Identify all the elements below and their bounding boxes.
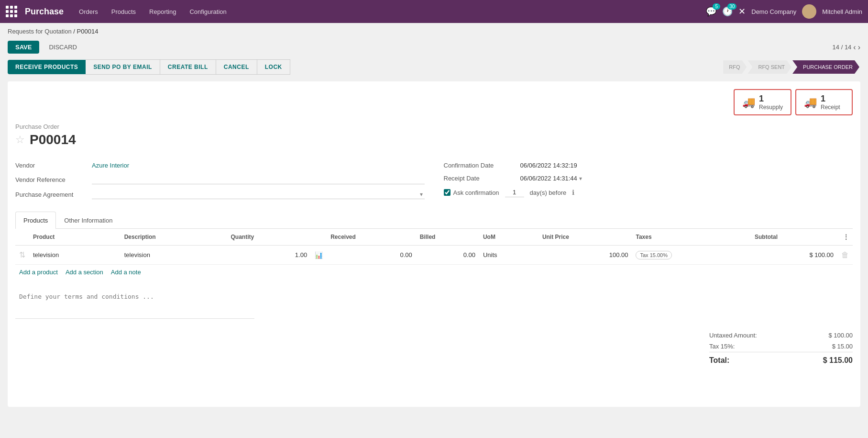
resupply-button[interactable]: 🚚 1 Resupply [734,89,791,115]
app-title: Purchase [25,7,64,17]
lock-button[interactable]: LOCK [257,59,290,75]
vendor-value[interactable]: Azure Interior [92,162,425,169]
top-menu: Orders Products Reporting Configuration [73,5,706,18]
status-rfq-sent[interactable]: RFQ SENT [747,60,791,74]
smart-buttons: 🚚 1 Resupply 🚚 1 Receipt [15,89,853,115]
forecast-icon[interactable]: 📊 [315,251,323,259]
close-icon[interactable]: ✕ [738,6,746,17]
col-unit-price: Unit Price [538,229,632,246]
next-page-button[interactable]: › [858,43,860,52]
cell-unit-price[interactable]: 100.00 [538,246,632,265]
terms-input[interactable] [15,289,254,319]
app-logo[interactable]: Purchase [6,6,64,17]
cell-taxes[interactable]: Tax 15.00% [632,246,751,265]
receipt-button[interactable]: 🚚 1 Receipt [795,89,853,115]
purchase-agreement-select[interactable]: ▾ [92,190,425,199]
table-row: ⇅ television television 1.00 📊 0.00 0.00… [15,246,853,265]
add-links: Add a product Add a section Add a note [15,265,853,280]
info-icon[interactable]: ℹ [572,189,574,196]
create-bill-button[interactable]: CREATE BILL [160,59,216,75]
receive-products-button[interactable]: RECEIVE PRODUCTS [8,60,86,74]
receipt-date-field: Receipt Date 06/06/2022 14:31:44 ▾ [444,172,853,185]
product-table: Product Description Quantity Received Bi… [15,229,853,265]
add-section-link[interactable]: Add a section [66,269,103,276]
confirmation-date-value: 06/06/2022 14:32:19 [520,162,853,169]
status-purchase-order[interactable]: PURCHASE ORDER [792,60,859,74]
col-uom: UoM [479,229,538,246]
chat-icon[interactable]: 💬5 [706,6,716,17]
breadcrumb-current: P00014 [77,28,99,35]
chat-badge: 5 [713,3,720,10]
tab-products[interactable]: Products [15,212,56,229]
add-product-link[interactable]: Add a product [19,269,58,276]
ask-confirmation-label: Ask confirmation [453,189,499,196]
drag-handle[interactable]: ⇅ [19,251,25,259]
company-name: Demo Company [751,8,796,15]
purchase-agreement-field: Purchase Agreement ▾ [15,187,425,202]
col-received: Received [327,229,416,246]
fields-left: Vendor Azure Interior Vendor Reference P… [15,159,425,202]
days-label: day(s) before [530,189,567,196]
receipt-date-label: Receipt Date [444,175,520,182]
receipt-label: Receipt [821,104,840,111]
cancel-button[interactable]: CANCEL [216,59,257,75]
vendor-reference-field: Vendor Reference [15,172,425,187]
cell-quantity[interactable]: 1.00 [227,246,311,265]
fields-right: Confirmation Date 06/06/2022 14:32:19 Re… [444,159,853,202]
total-label: Total: [709,356,729,365]
user-name: Mitchell Admin [822,8,862,15]
menu-products[interactable]: Products [106,5,142,18]
status-pipeline: RFQ RFQ SENT PURCHASE ORDER [723,60,860,74]
tabs: Products Other Information [15,212,853,229]
vendor-reference-label: Vendor Reference [15,176,92,183]
menu-orders[interactable]: Orders [73,5,104,18]
col-product: Product [29,229,121,246]
favorite-icon[interactable]: ☆ [15,134,25,146]
delete-row-icon[interactable]: 🗑 [841,251,849,259]
discard-button[interactable]: DISCARD [43,41,83,54]
col-more[interactable]: ⋮ [837,229,853,246]
ask-confirmation-checkbox[interactable] [444,189,450,196]
cell-billed: 0.00 [416,246,479,265]
form-fields: Vendor Azure Interior Vendor Reference P… [15,159,853,202]
truck-receipt-icon: 🚚 [804,96,817,109]
total-row: Total: $ 115.00 [709,352,853,367]
breadcrumb-parent[interactable]: Requests for Quotation [8,28,72,35]
confirmation-date-field: Confirmation Date 06/06/2022 14:32:19 [444,159,853,172]
total-value: $ 115.00 [823,356,853,365]
vendor-field: Vendor Azure Interior [15,159,425,172]
vendor-reference-input[interactable] [92,175,425,184]
form-title: P00014 [30,132,76,147]
menu-reporting[interactable]: Reporting [143,5,182,18]
prev-page-button[interactable]: ‹ [853,43,856,52]
svg-point-0 [806,6,813,12]
user-avatar[interactable] [802,4,816,19]
untaxed-amount-row: Untaxed Amount: $ 100.00 [709,330,853,341]
cell-product[interactable]: television [29,246,121,265]
top-navigation: Purchase Orders Products Reporting Confi… [0,0,868,23]
save-button[interactable]: SAVE [8,41,39,54]
col-drag [15,229,29,246]
menu-configuration[interactable]: Configuration [184,5,232,18]
status-rfq[interactable]: RFQ [723,60,747,74]
workflow-bar: RECEIVE PRODUCTS SEND PO BY EMAIL CREATE… [0,56,868,78]
col-description: Description [121,229,227,246]
send-po-email-button[interactable]: SEND PO BY EMAIL [86,59,160,75]
tab-other-information[interactable]: Other Information [56,212,121,229]
col-taxes: Taxes [632,229,751,246]
untaxed-amount-label: Untaxed Amount: [709,332,757,339]
add-note-link[interactable]: Add a note [111,269,141,276]
cell-received: 0.00 [327,246,416,265]
cell-description[interactable]: television [121,246,227,265]
clock-badge: 30 [727,3,736,10]
form-title-row: ☆ P00014 [15,132,853,147]
page-indicator: 14 / 14 [833,44,852,51]
confirmation-days-input[interactable]: 1 [505,188,524,197]
receipt-date-value[interactable]: 06/06/2022 14:31:44 [520,175,577,182]
dropdown-arrow: ▾ [420,191,423,198]
form-header: Purchase Order ☆ P00014 [15,123,853,147]
grid-icon[interactable] [6,6,17,17]
cell-uom[interactable]: Units [479,246,538,265]
clock-icon[interactable]: 🕐30 [722,6,733,17]
col-billed: Billed [416,229,479,246]
